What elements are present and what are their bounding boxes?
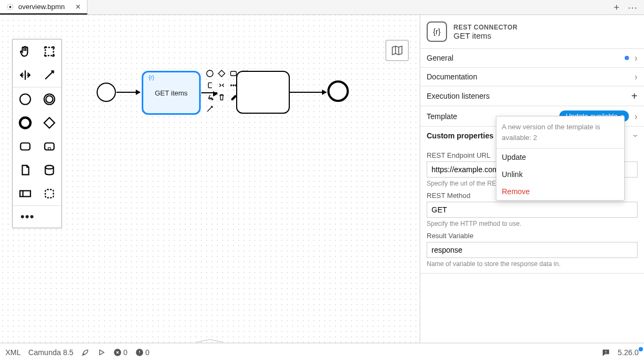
status-bar: XML Camunda 8.5 0 0 5.26.0 bbox=[0, 343, 644, 361]
run-button[interactable] bbox=[97, 348, 106, 357]
properties-panel: {r} REST CONNECTOR GET items General › D… bbox=[420, 15, 644, 343]
delete-icon[interactable] bbox=[217, 92, 226, 102]
element-type-icon: {r} bbox=[427, 21, 447, 42]
create-task[interactable] bbox=[13, 135, 37, 158]
dropdown-update-button[interactable]: Update bbox=[496, 149, 624, 166]
task-get-items[interactable]: {r} GET items bbox=[142, 71, 201, 115]
update-dot-icon bbox=[639, 347, 643, 351]
tool-palette: ••• bbox=[12, 39, 62, 229]
minimap-toggle-button[interactable] bbox=[385, 40, 409, 61]
tabs-kebab-menu[interactable]: ··· bbox=[628, 3, 638, 12]
method-input[interactable] bbox=[427, 202, 638, 218]
svg-point-0 bbox=[9, 6, 11, 8]
task-label: GET items bbox=[155, 89, 187, 97]
space-tool[interactable] bbox=[13, 63, 37, 87]
create-end-event[interactable] bbox=[13, 111, 37, 135]
global-connect-tool[interactable] bbox=[37, 63, 61, 87]
gear-icon bbox=[6, 3, 14, 11]
rest-connector-icon: {r} bbox=[147, 75, 156, 84]
canvas-collapse-handle[interactable] bbox=[194, 337, 226, 343]
feedback-button[interactable] bbox=[602, 348, 610, 357]
tab-filename: overview.bpmn bbox=[18, 3, 65, 11]
map-icon bbox=[391, 44, 404, 57]
chevron-right-icon: › bbox=[635, 112, 637, 121]
create-data-store[interactable] bbox=[37, 158, 61, 182]
create-gateway[interactable] bbox=[37, 111, 61, 135]
end-event[interactable] bbox=[327, 80, 349, 102]
start-event[interactable] bbox=[97, 83, 116, 102]
svg-point-5 bbox=[20, 117, 31, 128]
svg-rect-7 bbox=[45, 143, 54, 150]
sequence-flow-3[interactable] bbox=[290, 92, 326, 93]
modified-indicator-icon bbox=[625, 56, 629, 60]
deploy-button[interactable] bbox=[81, 348, 90, 357]
diagram-canvas[interactable]: ••• {r} GET items ••• bbox=[0, 15, 420, 343]
section-execution-listeners[interactable]: Execution listeners + bbox=[420, 86, 644, 106]
method-help: Specify the HTTP method to use. bbox=[427, 220, 638, 227]
xml-toggle[interactable]: XML bbox=[5, 348, 21, 357]
engine-profile[interactable]: Camunda 8.5 bbox=[28, 348, 74, 357]
tab-overview[interactable]: overview.bpmn × bbox=[0, 0, 87, 14]
rocket-icon bbox=[81, 348, 90, 357]
change-type[interactable] bbox=[217, 80, 226, 90]
create-intermediate-event[interactable] bbox=[37, 87, 61, 111]
palette-more-button[interactable]: ••• bbox=[13, 206, 61, 227]
append-text-annotation[interactable] bbox=[205, 80, 215, 90]
result-label: Result Variable bbox=[427, 232, 638, 240]
tab-bar: overview.bpmn × + ··· bbox=[0, 0, 644, 15]
sequence-flow-1[interactable] bbox=[116, 92, 140, 93]
svg-rect-10 bbox=[20, 191, 31, 197]
svg-point-4 bbox=[46, 96, 53, 103]
svg-rect-13 bbox=[231, 71, 237, 76]
svg-rect-1 bbox=[45, 47, 53, 55]
dropdown-remove-button[interactable]: Remove bbox=[496, 183, 624, 200]
connect-icon[interactable] bbox=[205, 104, 215, 114]
append-gateway[interactable] bbox=[217, 69, 226, 78]
dropdown-info: A new version of the template is availab… bbox=[496, 116, 624, 149]
element-type-label: REST CONNECTOR bbox=[453, 24, 517, 31]
template-update-dropdown: A new version of the template is availab… bbox=[496, 116, 625, 201]
panel-header: {r} REST CONNECTOR GET items bbox=[420, 15, 644, 49]
dropdown-unlink-button[interactable]: Unlink bbox=[496, 166, 624, 183]
chevron-right-icon: › bbox=[635, 72, 637, 82]
version-label[interactable]: 5.26.0 bbox=[618, 348, 639, 357]
play-icon bbox=[97, 348, 106, 357]
svg-rect-6 bbox=[20, 143, 30, 150]
element-name: GET items bbox=[453, 31, 517, 40]
append-end-event[interactable] bbox=[205, 69, 215, 78]
hand-tool[interactable] bbox=[13, 40, 37, 63]
error-icon bbox=[113, 348, 122, 357]
sequence-flow-2[interactable] bbox=[201, 92, 217, 93]
create-subprocess[interactable] bbox=[37, 135, 61, 158]
feedback-icon bbox=[602, 348, 610, 357]
section-general[interactable]: General › bbox=[420, 49, 644, 68]
svg-point-9 bbox=[45, 165, 53, 169]
chevron-right-icon: › bbox=[635, 53, 637, 63]
create-group[interactable] bbox=[37, 182, 61, 205]
main-area: ••• {r} GET items ••• bbox=[0, 15, 644, 343]
result-input[interactable] bbox=[427, 242, 638, 258]
chevron-down-icon: › bbox=[631, 135, 641, 137]
svg-rect-11 bbox=[45, 189, 53, 197]
lasso-tool[interactable] bbox=[37, 40, 61, 63]
new-tab-button[interactable]: + bbox=[613, 3, 619, 12]
close-icon[interactable]: × bbox=[76, 3, 80, 11]
create-start-event[interactable] bbox=[13, 87, 37, 111]
warnings-badge[interactable]: 0 bbox=[135, 348, 150, 357]
add-listener-button[interactable]: + bbox=[631, 91, 638, 101]
svg-point-12 bbox=[207, 70, 213, 77]
warning-icon bbox=[135, 348, 144, 357]
create-data-object[interactable] bbox=[13, 158, 37, 182]
errors-badge[interactable]: 0 bbox=[113, 348, 128, 357]
result-help: Name of variable to store the response d… bbox=[427, 260, 638, 268]
svg-point-2 bbox=[20, 94, 31, 105]
section-documentation[interactable]: Documentation › bbox=[420, 68, 644, 86]
create-pool[interactable] bbox=[13, 182, 37, 205]
task-empty[interactable] bbox=[236, 71, 290, 114]
